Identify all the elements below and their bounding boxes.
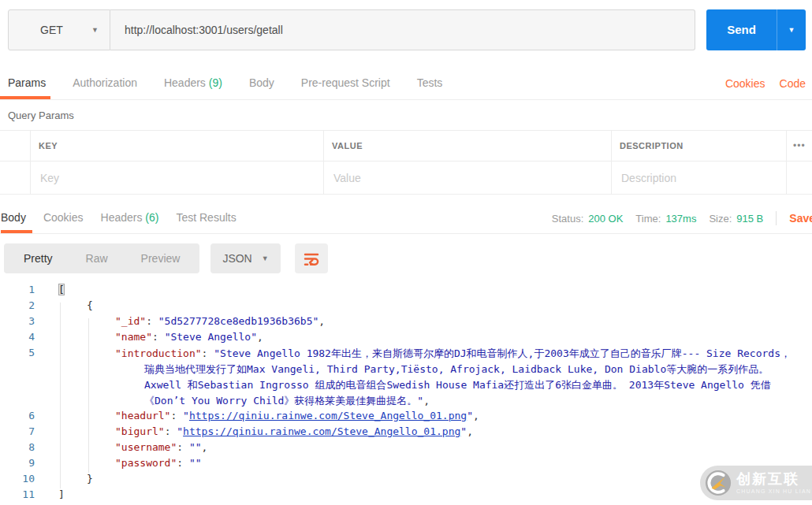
- json-token: "": [189, 457, 202, 469]
- tab-test-results[interactable]: Test Results: [176, 203, 236, 233]
- json-token: {: [87, 299, 93, 311]
- table-header-row: KEY VALUE DESCRIPTION •••: [0, 130, 812, 162]
- json-token: ": [177, 425, 183, 437]
- description-input[interactable]: [620, 171, 780, 185]
- view-mode-pretty[interactable]: Pretty: [7, 252, 69, 265]
- line-content: Axwell 和Sebastian Ingrosso 组成的电音组合Swedis…: [144, 378, 771, 392]
- description-column-header: DESCRIPTION: [612, 131, 787, 161]
- tab-body[interactable]: Body: [249, 67, 274, 99]
- wrap-text-icon: [303, 251, 320, 266]
- format-select[interactable]: JSON ▼: [210, 243, 280, 273]
- json-token: ,: [473, 410, 479, 421]
- meta-label: Status:: [552, 213, 583, 225]
- chevron-down-icon: ▼: [91, 26, 99, 34]
- line-number: 1: [0, 284, 35, 295]
- code-line: 11]: [0, 488, 812, 504]
- json-link[interactable]: https://qiniu.rainwe.com/Steve_Angello_0…: [189, 410, 467, 421]
- url-input[interactable]: [110, 9, 695, 50]
- json-token: "username": [115, 441, 177, 453]
- line-number: 11: [0, 488, 35, 500]
- line-content: "password": "": [115, 457, 202, 469]
- key-cell: [31, 162, 324, 194]
- line-content: [: [58, 284, 65, 295]
- line-content: "username": "",: [115, 441, 207, 453]
- description-header-label: DESCRIPTION: [620, 141, 683, 150]
- row-select-cell[interactable]: [0, 162, 31, 194]
- tab-params[interactable]: Params: [8, 67, 46, 99]
- response-body-json[interactable]: 1[2{3"_id": "5d5277728ce8edb1936b36b5",4…: [0, 280, 812, 505]
- value-input[interactable]: [332, 171, 600, 185]
- send-button[interactable]: Send: [706, 9, 777, 50]
- value-cell: [324, 162, 612, 194]
- line-content: "introduction": "Steve Angello 1982年出生，来…: [115, 347, 791, 361]
- json-token: "headurl": [115, 410, 170, 421]
- divider: [776, 211, 777, 225]
- save-response-button[interactable]: Save: [789, 212, 812, 225]
- request-tabs: ParamsAuthorizationHeaders (9)BodyPre-re…: [0, 67, 812, 100]
- tab-headers[interactable]: Headers (9): [164, 67, 222, 99]
- line-content: "bigurl": "https://qiniu.rainwe.com/Stev…: [115, 425, 473, 437]
- code-line: 7"bigurl": "https://qiniu.rainwe.com/Ste…: [0, 425, 812, 441]
- tab-body[interactable]: Body: [1, 203, 26, 233]
- response-view-toolbar: PrettyRawPreview JSON ▼: [4, 243, 328, 273]
- view-mode-preview[interactable]: Preview: [125, 252, 197, 265]
- json-token: }: [87, 473, 93, 485]
- wrap-text-button[interactable]: [295, 243, 328, 273]
- json-token: 瑞典当地代理发行了如Max Vangeli, Third Party,Tiëst…: [144, 363, 769, 375]
- send-options-button[interactable]: ▼: [777, 9, 806, 50]
- meta-value: 915 B: [736, 213, 763, 225]
- code-line: 8"username": "",: [0, 441, 812, 457]
- line-content: "headurl": "https://qiniu.rainwe.com/Ste…: [115, 410, 479, 421]
- line-content: 瑞典当地代理发行了如Max Vangeli, Third Party,Tiëst…: [144, 362, 769, 377]
- method-label: GET: [40, 24, 63, 36]
- line-content: 《Don’t You Worry Child》获得格莱美最佳舞曲提名。",: [144, 394, 430, 408]
- json-token: "": [189, 441, 202, 453]
- json-token: "name": [115, 331, 152, 343]
- method-select[interactable]: GET ▼: [8, 9, 110, 50]
- value-header-label: VALUE: [332, 141, 363, 150]
- json-token: ,: [202, 441, 208, 453]
- line-number: 7: [0, 425, 35, 437]
- tab-label: Headers: [101, 211, 143, 224]
- tab-label: Body: [249, 76, 274, 89]
- tab-label: Pre-request Script: [301, 76, 390, 89]
- json-token: "password": [115, 457, 177, 469]
- table-row: [0, 162, 812, 195]
- view-mode-raw[interactable]: Raw: [69, 252, 125, 265]
- bulk-edit-menu-icon[interactable]: •••: [787, 131, 812, 161]
- json-token: "5d5277728ce8edb1936b36b5": [158, 315, 319, 327]
- json-token: ,: [423, 395, 430, 407]
- tab-label: Tests: [417, 76, 443, 89]
- json-token: ,: [467, 425, 473, 437]
- json-token: ,: [318, 315, 325, 327]
- tab-label: Test Results: [176, 211, 236, 224]
- view-mode-switch: PrettyRawPreview: [4, 243, 199, 273]
- json-link[interactable]: https://qiniu.rainwe.com/Steve_Angello_0…: [183, 425, 460, 437]
- code-link[interactable]: Code: [780, 77, 806, 90]
- json-token: ,: [257, 331, 263, 343]
- json-token: "Steve Angello 1982年出生，来自斯德哥尔摩的DJ和电音制作人,…: [214, 347, 791, 359]
- json-token: Axwell 和Sebastian Ingrosso 组成的电音组合Swedis…: [144, 379, 771, 391]
- key-input[interactable]: [39, 171, 312, 185]
- tab-cookies[interactable]: Cookies: [43, 203, 84, 233]
- tab-headers[interactable]: Headers (6): [101, 203, 159, 233]
- tab-tests[interactable]: Tests: [417, 67, 443, 99]
- cookies-link[interactable]: Cookies: [725, 77, 765, 90]
- code-line: 5"introduction": "Steve Angello 1982年出生，…: [0, 347, 812, 362]
- format-label: JSON: [222, 252, 251, 265]
- line-content: "_id": "5d5277728ce8edb1936b36b5",: [115, 315, 325, 327]
- meta-status: Status:200 OK: [552, 213, 624, 225]
- line-content: {: [87, 299, 93, 311]
- line-content: }: [87, 473, 93, 485]
- code-line: 10}: [0, 473, 812, 488]
- chevron-down-icon: ▼: [262, 254, 269, 262]
- json-token: ": [460, 425, 467, 437]
- meta-value: 200 OK: [588, 213, 623, 225]
- meta-label: Time:: [635, 213, 661, 225]
- tab-authorization[interactable]: Authorization: [73, 67, 137, 99]
- json-token: "introduction": [115, 347, 202, 359]
- watermark-text: 创新互联 CHUANG XIN HU LIAN: [736, 472, 811, 494]
- tab-pre-request-script[interactable]: Pre-request Script: [301, 67, 390, 99]
- watermark-title: 创新互联: [736, 472, 811, 486]
- watermark: 创新互联 CHUANG XIN HU LIAN: [700, 466, 812, 500]
